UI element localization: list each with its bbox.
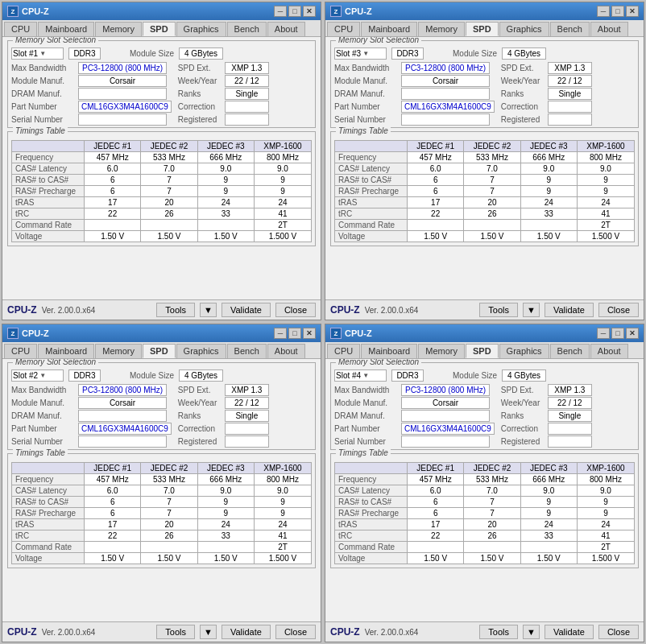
module-size-value: 4 GBytes: [179, 47, 223, 60]
tools-button[interactable]: Tools: [156, 303, 195, 317]
tools-dropdown[interactable]: ▼: [200, 625, 217, 639]
validate-button[interactable]: Validate: [222, 303, 271, 317]
weekyear-value: 22 / 12: [548, 397, 592, 409]
close-button[interactable]: ✕: [303, 328, 316, 339]
tab-bench[interactable]: Bench: [550, 22, 590, 36]
restore-button[interactable]: □: [611, 328, 624, 339]
tab-cpu[interactable]: CPU: [4, 22, 37, 36]
tools-dropdown[interactable]: ▼: [523, 625, 540, 639]
validate-button[interactable]: Validate: [222, 625, 271, 639]
close-button[interactable]: ✕: [626, 6, 639, 17]
timing-cell-0: 22: [408, 530, 464, 542]
restore-button[interactable]: □: [611, 6, 624, 17]
close-window-button[interactable]: Close: [275, 625, 316, 639]
close-button[interactable]: ✕: [303, 6, 316, 17]
minimize-button[interactable]: ─: [597, 328, 610, 339]
tab-spd[interactable]: SPD: [466, 22, 499, 36]
close-window-button[interactable]: Close: [598, 625, 639, 639]
timing-cell-2: 24: [520, 197, 577, 208]
slot-dropdown[interactable]: Slot #3 ▼: [334, 47, 387, 60]
tab-mainboard[interactable]: Mainboard: [361, 22, 417, 36]
tools-dropdown[interactable]: ▼: [200, 303, 217, 317]
serial-value: [78, 114, 167, 126]
tab-memory[interactable]: Memory: [418, 22, 465, 36]
timing-row: Voltage1.50 V1.50 V1.50 V1.500 V: [12, 231, 312, 242]
timing-cell-0: 17: [408, 519, 464, 530]
tab-bench[interactable]: Bench: [227, 344, 267, 358]
validate-button[interactable]: Validate: [545, 625, 594, 639]
timing-cell-0: 1.50 V: [85, 231, 141, 242]
tools-button[interactable]: Tools: [479, 303, 518, 317]
timing-row-label: CAS# Latency: [12, 485, 85, 497]
tab-bench[interactable]: Bench: [550, 344, 590, 358]
window-controls[interactable]: ─ □ ✕: [274, 328, 316, 339]
restore-button[interactable]: □: [288, 328, 301, 339]
window-controls[interactable]: ─ □ ✕: [274, 6, 316, 17]
tab-graphics[interactable]: Graphics: [499, 22, 549, 36]
timing-cell-1: 533 MHz: [141, 152, 197, 163]
tab-memory[interactable]: Memory: [418, 344, 465, 358]
slot-dropdown[interactable]: Slot #4 ▼: [334, 369, 387, 382]
tab-about[interactable]: About: [267, 344, 305, 358]
tab-spd[interactable]: SPD: [143, 22, 176, 36]
content-area: Memory Slot Selection Slot #1 ▼ DDR3 Mod…: [2, 37, 321, 299]
version-text: Ver. 2.00.0.x64: [42, 628, 96, 637]
tab-graphics[interactable]: Graphics: [176, 344, 226, 358]
spd-value: XMP 1.3: [225, 384, 269, 396]
timing-cell-1: 7.0: [464, 163, 520, 175]
footer: CPU-Z Ver. 2.00.0.x64 Tools ▼ Validate C…: [325, 299, 644, 320]
partnum-label: Part Number: [11, 102, 76, 111]
serial-row: Serial Number: [334, 436, 495, 448]
timing-cell-3: 2T: [254, 542, 311, 553]
restore-button[interactable]: □: [288, 6, 301, 17]
tab-about[interactable]: About: [590, 344, 628, 358]
footer: CPU-Z Ver. 2.00.0.x64 Tools ▼ Validate C…: [325, 621, 644, 642]
window-title: CPU-Z: [345, 328, 372, 338]
minimize-button[interactable]: ─: [274, 328, 287, 339]
timing-cell-3: 1.500 V: [577, 231, 634, 242]
minimize-button[interactable]: ─: [274, 6, 287, 17]
tab-cpu[interactable]: CPU: [327, 344, 360, 358]
tab-mainboard[interactable]: Mainboard: [38, 22, 94, 36]
tools-dropdown[interactable]: ▼: [523, 303, 540, 317]
tab-memory[interactable]: Memory: [95, 22, 142, 36]
dropdown-arrow-icon: ▼: [527, 305, 536, 315]
tab-graphics[interactable]: Graphics: [499, 344, 549, 358]
minimize-button[interactable]: ─: [597, 6, 610, 17]
tab-cpu[interactable]: CPU: [4, 344, 37, 358]
serial-value: [401, 114, 490, 126]
close-window-button[interactable]: Close: [275, 303, 316, 317]
tab-spd[interactable]: SPD: [466, 344, 499, 358]
close-button[interactable]: ✕: [626, 328, 639, 339]
window-controls[interactable]: ─ □ ✕: [597, 6, 639, 17]
spd-label: SPD Ext.: [501, 64, 545, 72]
validate-button[interactable]: Validate: [545, 303, 594, 317]
serial-label: Serial Number: [11, 115, 76, 124]
timing-header-2: JEDEC #2: [141, 463, 197, 474]
tab-cpu[interactable]: CPU: [327, 22, 360, 36]
window-controls[interactable]: ─ □ ✕: [597, 328, 639, 339]
partnum-label: Part Number: [11, 424, 76, 433]
tools-button[interactable]: Tools: [479, 625, 518, 639]
timing-cell-3: 9.0: [254, 485, 311, 497]
partnum-row: Part Number CML16GX3M4A1600C9: [11, 423, 172, 435]
tab-bar: CPUMainboardMemorySPDGraphicsBenchAbout: [325, 20, 644, 37]
tab-about[interactable]: About: [590, 22, 628, 36]
tab-about[interactable]: About: [267, 22, 305, 36]
timing-cell-0: [408, 542, 464, 553]
serial-label: Serial Number: [334, 115, 399, 124]
tab-mainboard[interactable]: Mainboard: [361, 344, 417, 358]
tab-spd[interactable]: SPD: [143, 344, 176, 358]
tab-graphics[interactable]: Graphics: [176, 22, 226, 36]
tab-memory[interactable]: Memory: [95, 344, 142, 358]
slot-dropdown[interactable]: Slot #1 ▼: [11, 47, 64, 60]
close-window-button[interactable]: Close: [598, 303, 639, 317]
timing-cell-2: 9: [520, 497, 577, 508]
timing-row-label: tRC: [335, 530, 408, 542]
tools-button[interactable]: Tools: [156, 625, 195, 639]
tab-bench[interactable]: Bench: [227, 22, 267, 36]
slot-dropdown[interactable]: Slot #2 ▼: [11, 369, 64, 382]
timing-row-label: tRC: [335, 208, 408, 220]
tab-mainboard[interactable]: Mainboard: [38, 344, 94, 358]
timing-cell-3: 24: [577, 197, 634, 208]
